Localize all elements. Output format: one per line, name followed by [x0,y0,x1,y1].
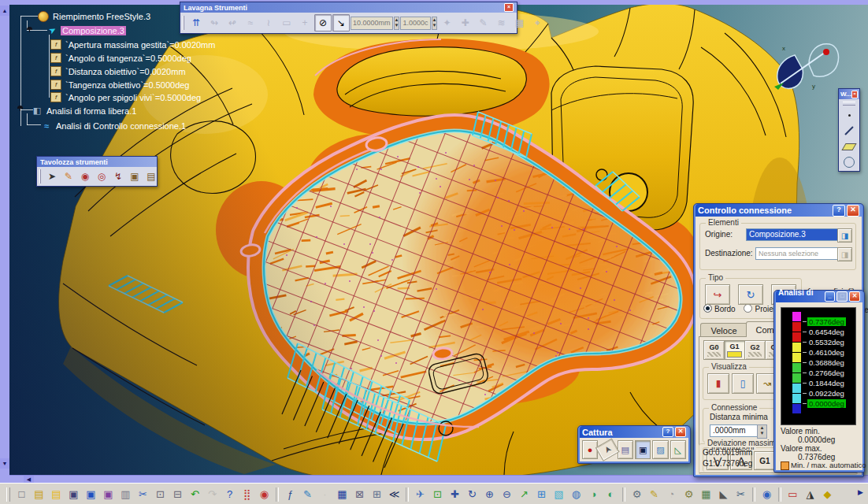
distanza-minima-field[interactable]: .0000mm [710,424,760,437]
formula-icon[interactable]: ƒ [282,486,299,502]
axis-cut-icon[interactable]: ✂ [733,486,749,502]
compass-orient-icon[interactable]: ⊘ [314,14,332,32]
tree-expand-handle[interactable] [27,27,32,30]
help-icon[interactable]: ? [662,427,673,437]
minimize-icon[interactable]: _ [825,291,836,302]
save-all-icon[interactable]: ▣ [100,486,117,502]
attenuation-icon[interactable]: ✦ [438,14,455,32]
cut-icon[interactable]: ✂ [135,486,151,502]
close-icon[interactable]: ✕ [849,291,860,302]
print-icon[interactable]: ▥ [117,486,134,502]
zoom-in-icon[interactable]: ⊕ [481,486,498,502]
link-copy-icon[interactable]: ⊞ [369,486,385,502]
toolbar-grip[interactable] [6,487,10,502]
curve-flow-icon[interactable]: ↯ [110,169,126,184]
copy-icon[interactable]: ⊡ [152,486,169,502]
edit-tool-icon[interactable]: ✎ [474,14,491,32]
angle-spinner[interactable]: ▲▼ [432,17,438,30]
zoom-out-icon[interactable]: ⊖ [499,486,515,502]
scroll-down-button[interactable]: ▼ [0,458,9,469]
fly-mode-icon[interactable]: ✈ [412,486,428,502]
axis-option-icon[interactable]: ⌖ [529,14,546,32]
design-table-icon[interactable]: ▦ [334,486,351,502]
scroll-up-button[interactable]: ▲ [0,6,9,16]
collapse-tree-icon[interactable]: ≪ [386,486,402,502]
measure-frame-button[interactable]: ◺ [670,440,686,459]
colorbar-display-icon[interactable]: ▯ [732,373,754,394]
tree-node-composizione[interactable]: ➤Composizione.3 [47,25,126,35]
paste-style-icon[interactable]: ▤ [143,169,159,184]
knowledge-cam-icon[interactable]: ◉ [256,486,273,502]
lavagna-titlebar[interactable]: Lavagna Strumenti × [180,2,517,13]
destinazione-field[interactable]: Nessuna selezione [755,247,840,260]
freestyle-switch-icon[interactable]: ⇈ [187,14,205,32]
pin-icon[interactable]: ✚ [456,14,473,32]
comb-option-icon[interactable]: ≋ [492,14,510,32]
tree-node-riempimento[interactable]: Riempimento FreeStyle.3 [38,11,152,21]
close-icon[interactable]: ✕ [675,427,686,437]
projection-type-icon[interactable]: ↻ [738,284,763,305]
tree-expand-handle[interactable] [17,106,23,109]
paste-icon[interactable]: ⊟ [169,486,186,502]
undo-icon[interactable]: ↶ [187,486,203,502]
toolbar-overflow-icon[interactable]: ▶ [858,488,863,496]
angle-field[interactable]: 1.0000c [400,17,430,30]
tree-node-angolo-spigoli[interactable]: f`Angolo per spigoli vivi`=0.5000deg [50,92,202,102]
analysis-grid-icon[interactable]: ▦ [698,486,714,502]
toolbar-grip[interactable] [843,102,855,106]
image-button[interactable]: ▨ [652,440,668,459]
point-tool-icon[interactable] [842,109,856,121]
destinazione-picker-icon[interactable]: ◨ [837,247,852,261]
tavolozza-titlebar[interactable]: Tavolozza strumenti [37,157,157,167]
sketch-tool-icon[interactable]: ✎ [61,169,76,184]
copy-style-icon[interactable]: ▣ [127,169,143,184]
close-icon[interactable]: × [851,91,858,98]
measure-item-icon[interactable]: ◮ [802,486,818,502]
origine-picker-icon[interactable]: ◨ [837,228,852,243]
lock-icon[interactable]: ⊠ [351,486,368,502]
normal-view-icon[interactable]: ↗ [516,486,532,502]
toolbar-grip[interactable] [183,16,184,30]
whats-this-icon[interactable]: ? [221,486,238,502]
comment-icon[interactable]: ✎ [299,486,316,502]
ruler-icon[interactable]: ▭ [785,486,801,502]
g2-button[interactable]: G2 [744,340,766,360]
origine-field[interactable]: Composizione.3 [746,228,840,241]
tree-node-distanza-obiettivo[interactable]: f`Distanza obiettivo`=0.0020mm [50,66,187,76]
circle-tool-icon[interactable] [842,156,856,169]
colorscale-steps-icon[interactable]: ▮ [707,373,729,394]
capture-tool-icon[interactable]: ◉ [759,486,775,502]
review-tool-icon[interactable]: ◣ [715,486,732,502]
compass-free-rotation-handle[interactable] [823,49,829,55]
pan-icon[interactable]: ✚ [447,486,463,502]
select-tool-icon[interactable]: ➤ [44,169,60,184]
new-file-icon[interactable]: □ [13,486,30,502]
step-length-field[interactable]: 10.0000mm [351,17,393,30]
fit-all-icon[interactable]: ⊡ [429,486,446,502]
rotate-icon[interactable]: ↻ [464,486,480,502]
macro-dots-icon[interactable]: ⣿ [239,486,255,502]
tree-node-analisi-connessione[interactable]: ≈Analisi di Controllo connessione.1 [41,120,187,131]
tab-veloce[interactable]: Veloce [700,323,747,337]
controllo-titlebar[interactable]: Controllo connessione ? ✕ [696,204,862,217]
g1-button[interactable]: G1 [724,340,745,360]
multi-view-icon[interactable]: ⊞ [533,486,550,502]
save-icon[interactable]: ▣ [65,486,82,502]
grid-option-icon[interactable]: ▦ [510,14,528,32]
compass[interactable]: x y [768,38,840,94]
camera-button[interactable]: ▣ [635,440,651,459]
open-import-icon[interactable]: ▤ [31,486,47,502]
style-sweep-icon[interactable]: ≀ [260,14,277,32]
g0-button[interactable]: G0 [703,340,725,360]
plane-tool-icon[interactable] [842,140,856,153]
analisi-titlebar[interactable]: Analisi di ... _ □ ✕ [776,291,862,302]
tree-node-angolo-tangenza[interactable]: f`Angolo di tangenza`=0.5000deg [50,53,193,63]
view-mode-b-icon[interactable]: ◐ [603,486,619,502]
save-as-icon[interactable]: ▣ [83,486,99,502]
distanza-minima-spinner[interactable]: ▲▼ [757,424,767,439]
add-point-icon[interactable]: + [296,14,313,32]
view-mode-a-icon[interactable]: ◑ [585,486,602,502]
toolbar-grip[interactable] [39,169,41,183]
redo-icon[interactable]: ↷ [204,486,221,502]
record-button[interactable]: ● [582,440,598,459]
